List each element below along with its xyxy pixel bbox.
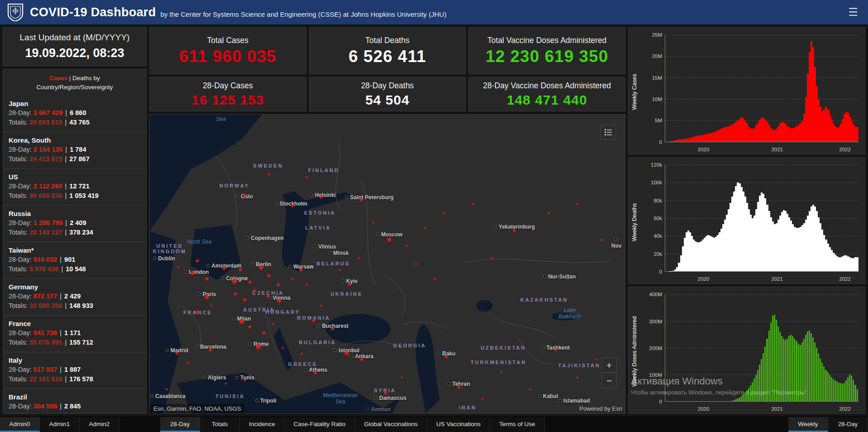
case-cluster-dot[interactable] <box>306 177 308 178</box>
case-cluster-dot[interactable] <box>176 352 178 355</box>
case-cluster-dot[interactable] <box>320 305 322 307</box>
case-cluster-dot[interactable] <box>529 389 531 390</box>
country-row[interactable]: Taiwan*28-Day: 910 032 | 901Totals: 5 97… <box>3 242 146 278</box>
case-cluster-dot[interactable] <box>472 203 474 205</box>
case-cluster-dot[interactable] <box>415 263 417 265</box>
tab-28-day[interactable]: 28-Day <box>828 417 868 432</box>
case-cluster-dot[interactable] <box>339 269 341 271</box>
zoom-out-button[interactable]: − <box>601 373 617 388</box>
case-cluster-dot[interactable] <box>314 371 317 374</box>
case-cluster-dot[interactable] <box>223 267 225 270</box>
case-cluster-dot[interactable] <box>567 278 569 280</box>
tab-admin2[interactable]: Admin2 <box>80 417 119 432</box>
chart-plot-area[interactable] <box>665 35 858 142</box>
case-cluster-dot[interactable] <box>372 221 374 223</box>
case-cluster-dot[interactable] <box>482 398 483 399</box>
case-cluster-dot[interactable] <box>577 377 578 379</box>
case-cluster-dot[interactable] <box>277 283 280 286</box>
tab-terms-of-use[interactable]: Terms of Use <box>490 417 545 432</box>
tab-us-vaccinations[interactable]: US Vaccinations <box>427 417 490 432</box>
case-cluster-dot[interactable] <box>555 350 557 351</box>
case-cluster-dot[interactable] <box>268 173 270 175</box>
case-cluster-dot[interactable] <box>405 245 407 247</box>
tab-global-vaccinations[interactable]: Global Vaccinations <box>355 417 427 432</box>
case-cluster-dot[interactable] <box>232 279 237 283</box>
tab-admin1[interactable]: Admin1 <box>40 417 80 432</box>
case-cluster-dot[interactable] <box>256 345 261 349</box>
case-cluster-dot[interactable] <box>291 204 294 207</box>
case-cluster-dot[interactable] <box>267 274 270 277</box>
country-row[interactable]: Japan28-Day: 3 667 429 | 6 860Totals: 20… <box>3 96 146 132</box>
tab-weekly[interactable]: Weekly <box>788 417 828 432</box>
chart-plot-area[interactable] <box>665 165 858 272</box>
case-cluster-dot[interactable] <box>401 377 403 379</box>
tab-totals[interactable]: Totals <box>200 417 240 432</box>
tab-case-fatality-ratio[interactable]: Case-Fatality Ratio <box>285 417 355 432</box>
case-cluster-dot[interactable] <box>239 269 242 271</box>
case-cluster-dot[interactable] <box>434 278 436 280</box>
case-cluster-dot[interactable] <box>424 227 426 229</box>
case-cluster-dot[interactable] <box>277 299 281 302</box>
case-cluster-dot[interactable] <box>163 259 165 260</box>
case-cluster-dot[interactable] <box>244 379 246 381</box>
country-row[interactable]: Russia28-Day: 1 286 799 | 2 409Totals: 2… <box>3 205 146 242</box>
case-cluster-dot[interactable] <box>300 269 302 271</box>
country-row[interactable]: Korea, South28-Day: 2 154 135 | 1 784Tot… <box>3 132 146 168</box>
tab-admin0[interactable]: Admin0 <box>0 417 40 432</box>
case-cluster-dot[interactable] <box>601 239 602 241</box>
chart-plot-area[interactable] <box>665 294 858 402</box>
case-cluster-dot[interactable] <box>248 281 251 283</box>
case-cluster-dot[interactable] <box>272 323 274 325</box>
case-cluster-dot[interactable] <box>320 196 322 198</box>
case-cluster-dot[interactable] <box>196 259 199 262</box>
case-cluster-dot[interactable] <box>384 392 387 394</box>
case-cluster-dot[interactable] <box>444 212 445 214</box>
case-cluster-dot[interactable] <box>312 319 315 322</box>
country-list[interactable]: Japan28-Day: 3 667 429 | 6 860Totals: 20… <box>3 96 146 413</box>
map-legend-button[interactable] <box>601 125 616 140</box>
case-cluster-dot[interactable] <box>209 349 212 351</box>
case-cluster-dot[interactable] <box>445 355 448 358</box>
country-row[interactable]: US28-Day: 2 112 260 | 12 721Totals: 95 6… <box>3 168 146 205</box>
case-cluster-dot[interactable] <box>225 383 227 384</box>
case-cluster-dot[interactable] <box>239 319 244 324</box>
case-cluster-dot[interactable] <box>248 326 251 328</box>
world-map[interactable]: SeaSWEDENNORWAYFINLANDOsloHelsinkiSaint … <box>149 114 625 414</box>
case-cluster-dot[interactable] <box>501 371 502 373</box>
case-cluster-dot[interactable] <box>491 257 493 259</box>
country-row[interactable]: Germany28-Day: 872 177 | 2 429Totals: 32… <box>3 278 146 315</box>
case-cluster-dot[interactable] <box>211 305 213 307</box>
case-cluster-dot[interactable] <box>360 198 362 201</box>
case-cluster-dot[interactable] <box>205 278 208 280</box>
case-cluster-dot[interactable] <box>253 289 256 292</box>
case-cluster-dot[interactable] <box>166 389 167 390</box>
case-cluster-dot[interactable] <box>243 194 246 197</box>
case-cluster-dot[interactable] <box>187 362 189 364</box>
case-cluster-dot[interactable] <box>282 347 284 349</box>
hamburger-menu-icon[interactable]: ☰ <box>845 6 861 19</box>
case-cluster-dot[interactable] <box>387 238 391 241</box>
case-cluster-dot[interactable] <box>243 298 246 301</box>
case-cluster-dot[interactable] <box>358 257 360 259</box>
case-cluster-dot[interactable] <box>267 295 269 298</box>
case-cluster-dot[interactable] <box>291 278 293 280</box>
case-cluster-dot[interactable] <box>596 359 597 360</box>
case-cluster-dot[interactable] <box>513 229 515 232</box>
case-cluster-dot[interactable] <box>548 212 550 214</box>
case-cluster-dot[interactable] <box>234 293 237 295</box>
case-cluster-dot[interactable] <box>360 358 363 361</box>
case-cluster-dot[interactable] <box>177 266 179 268</box>
country-row[interactable]: Italy28-Day: 517 937 | 1 887Totals: 22 1… <box>3 352 146 389</box>
case-cluster-dot[interactable] <box>259 266 263 269</box>
case-cluster-dot[interactable] <box>301 353 303 355</box>
country-row[interactable]: Brazil28-Day: 304 596 | 2 845Totals: 34 … <box>3 389 146 413</box>
case-cluster-dot[interactable] <box>577 203 578 205</box>
country-row[interactable]: France28-Day: 541 736 | 1 171Totals: 35 … <box>3 315 146 352</box>
case-cluster-dot[interactable] <box>191 271 195 275</box>
tab-28-day[interactable]: 28-Day <box>160 417 200 432</box>
tab-incidence[interactable]: Incidence <box>240 417 285 432</box>
case-cluster-dot[interactable] <box>196 311 199 313</box>
case-cluster-dot[interactable] <box>205 295 209 299</box>
case-cluster-dot[interactable] <box>348 283 351 286</box>
zoom-in-button[interactable]: + <box>601 357 617 373</box>
